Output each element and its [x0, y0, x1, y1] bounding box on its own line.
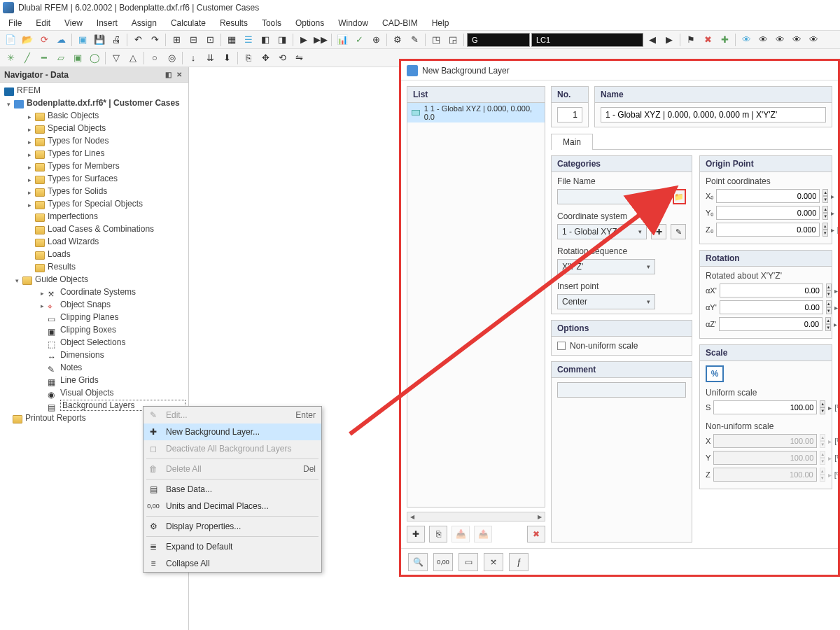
grid-icon[interactable]: ▦ — [224, 32, 239, 48]
filter1-icon[interactable]: ⚑ — [683, 32, 699, 48]
calc-icon[interactable]: ▶ — [296, 32, 312, 48]
name-field[interactable] — [601, 107, 826, 122]
y0-spinner[interactable]: ▲▼ — [822, 206, 828, 220]
tree-types-special[interactable]: ▸Types for Special Objects — [0, 199, 188, 211]
tree-guide-objects[interactable]: ▾Guide Objects — [0, 274, 188, 287]
tree-dimensions[interactable]: ↔Dimensions — [0, 350, 188, 363]
support2-icon[interactable]: △ — [125, 50, 141, 66]
ctx-units[interactable]: 0,00Units and Decimal Places... — [144, 498, 321, 514]
lib2-button[interactable]: 📤 — [474, 526, 492, 542]
design-icon[interactable]: ✓ — [351, 32, 367, 48]
tree-line-grids[interactable]: ▦Line Grids — [0, 375, 188, 388]
addon-icon[interactable]: ⊕ — [368, 32, 384, 48]
tree-load-cases[interactable]: Load Cases & Combinations — [0, 224, 188, 237]
menu-help[interactable]: Help — [425, 16, 456, 30]
z0-spinner[interactable]: ▲▼ — [822, 223, 828, 237]
opening-icon[interactable]: ◯ — [87, 50, 102, 66]
s-spinner[interactable]: ▲▼ — [820, 400, 825, 414]
menu-results[interactable]: Results — [213, 16, 255, 30]
menu-view[interactable]: View — [57, 16, 90, 30]
prev-icon[interactable]: ◀ — [645, 32, 660, 48]
copy-icon[interactable]: ⎘ — [241, 50, 256, 66]
scroll-left-icon[interactable]: ◀ — [407, 512, 417, 521]
units-button[interactable]: 0,00 — [433, 553, 453, 571]
tree-types-nodes[interactable]: ▸Types for Nodes — [0, 136, 188, 148]
tool2-icon[interactable]: ✎ — [407, 32, 422, 48]
ctx-new-background-layer[interactable]: ✚New Background Layer... — [144, 424, 321, 440]
mirror-icon[interactable]: ⇋ — [291, 50, 307, 66]
panel2-icon[interactable]: ◨ — [274, 32, 290, 48]
x0-field[interactable] — [716, 189, 820, 203]
xscale-field[interactable] — [713, 434, 817, 448]
ctx-expand-default[interactable]: ≣Expand to Default — [144, 538, 321, 555]
non-uniform-scale-checkbox[interactable]: Non-uniform scale — [557, 341, 686, 351]
ctx-base-data[interactable]: ▤Base Data... — [144, 481, 321, 498]
scroll-right-icon[interactable]: ▶ — [535, 512, 545, 521]
vis2-icon[interactable]: 👁 — [755, 32, 771, 48]
tree-loads[interactable]: Loads — [0, 249, 188, 262]
refresh-icon[interactable]: ⟳ — [36, 32, 52, 48]
list-scrollbar[interactable]: ◀ ▶ — [407, 512, 545, 522]
az-spinner[interactable]: ▲▼ — [825, 317, 831, 331]
x0-spinner[interactable]: ▲▼ — [822, 189, 828, 203]
yscale-field[interactable] — [713, 451, 817, 465]
results-icon[interactable]: 📊 — [335, 32, 350, 48]
tree-load-wizards[interactable]: Load Wizards — [0, 237, 188, 249]
az-field[interactable] — [719, 317, 822, 331]
rotation-seq-dropdown[interactable]: X'Y'Z'▾ — [557, 259, 655, 274]
load-case-dropdown[interactable]: LC1 — [531, 33, 643, 47]
node-icon[interactable]: ✳ — [3, 50, 18, 66]
load2-icon[interactable]: ⇊ — [202, 50, 218, 66]
csys-button[interactable]: ⤧ — [484, 553, 503, 571]
help-button[interactable]: 🔍 — [408, 553, 428, 571]
toggle1-icon[interactable]: ⊞ — [169, 32, 184, 48]
toggle2-icon[interactable]: ⊟ — [186, 32, 201, 48]
menu-window[interactable]: Window — [331, 16, 375, 30]
vis4-icon[interactable]: 👁 — [789, 32, 804, 48]
insert-point-dropdown[interactable]: Center▾ — [557, 294, 655, 309]
tree-results[interactable]: Results — [0, 262, 188, 274]
solid-icon[interactable]: ▣ — [70, 50, 85, 66]
tree-root-rfem[interactable]: RFEM — [0, 85, 188, 98]
print-icon[interactable]: 🖨 — [108, 32, 124, 48]
surface-icon[interactable]: ▱ — [53, 50, 69, 66]
rotate-icon[interactable]: ⟲ — [274, 50, 290, 66]
ay-field[interactable] — [720, 300, 823, 314]
ctx-display-properties[interactable]: ⚙Display Properties... — [144, 518, 321, 535]
line-icon[interactable]: ╱ — [20, 50, 35, 66]
scale-percent-button[interactable]: % — [706, 365, 724, 382]
browse-file-button[interactable]: 📁 — [673, 189, 686, 204]
menu-insert[interactable]: Insert — [90, 16, 125, 30]
tool1-icon[interactable]: ⚙ — [390, 32, 405, 48]
tree-visual-objects[interactable]: ◉Visual Objects — [0, 388, 188, 400]
menu-tools[interactable]: Tools — [255, 16, 288, 30]
view2-icon[interactable]: ◲ — [445, 32, 461, 48]
coord-new-button[interactable]: ✚ — [651, 224, 666, 239]
tree-object-snaps[interactable]: ▸⌖Object Snaps — [0, 300, 188, 312]
open-icon[interactable]: 📂 — [20, 32, 35, 48]
y0-field[interactable] — [716, 206, 820, 220]
cloud-icon[interactable]: ☁ — [53, 32, 69, 48]
zscale-field[interactable] — [713, 468, 817, 482]
vis1-icon[interactable]: 👁 — [738, 32, 754, 48]
next-icon[interactable]: ▶ — [662, 32, 677, 48]
tree-notes[interactable]: ✎Notes — [0, 363, 188, 375]
pin-icon[interactable]: ◧ — [163, 70, 173, 80]
new-icon[interactable]: 📄 — [3, 32, 18, 48]
filter2-icon[interactable]: ✖ — [700, 32, 715, 48]
undo-icon[interactable]: ↶ — [130, 32, 146, 48]
calc-all-icon[interactable]: ▶▶ — [313, 32, 328, 48]
vis3-icon[interactable]: 👁 — [772, 32, 788, 48]
tree-imperfections[interactable]: Imperfections — [0, 211, 188, 224]
tree-types-surfaces[interactable]: ▸Types for Surfaces — [0, 174, 188, 186]
s-field[interactable] — [713, 400, 817, 414]
save-icon[interactable]: 💾 — [92, 32, 107, 48]
filter3-icon[interactable]: ✚ — [717, 32, 732, 48]
menu-calculate[interactable]: Calculate — [164, 16, 213, 30]
table-icon[interactable]: ☰ — [241, 32, 256, 48]
tree-types-solids[interactable]: ▸Types for Solids — [0, 186, 188, 199]
load1-icon[interactable]: ↓ — [186, 50, 201, 66]
tree-clipping-planes[interactable]: ▭Clipping Planes — [0, 312, 188, 325]
duplicate-button[interactable]: ⎘ — [429, 526, 447, 542]
close-icon[interactable]: ✕ — [174, 70, 184, 80]
